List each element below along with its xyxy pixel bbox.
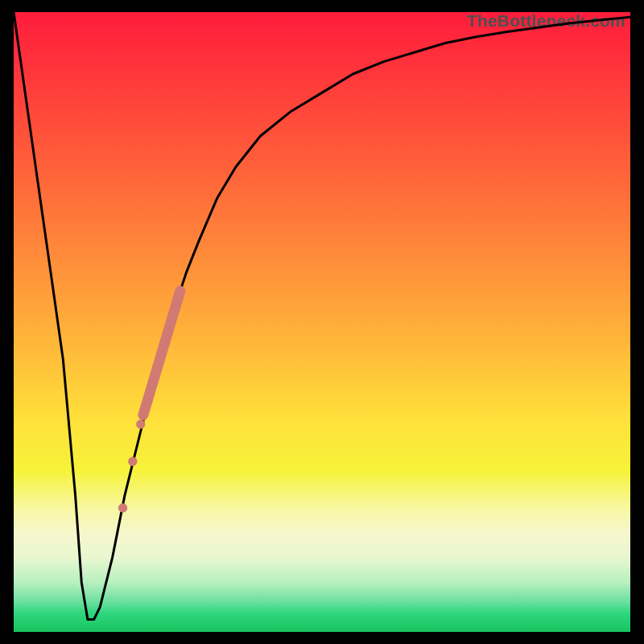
curve-layer [14,12,630,620]
highlight-dot [128,457,137,466]
highlight-dot [136,419,145,428]
gradient-plot-area: TheBottleneck.com [14,12,630,632]
chart-svg [14,12,630,632]
highlight-segment [143,291,180,415]
bottleneck-curve [14,12,630,620]
highlight-dot [118,503,127,512]
